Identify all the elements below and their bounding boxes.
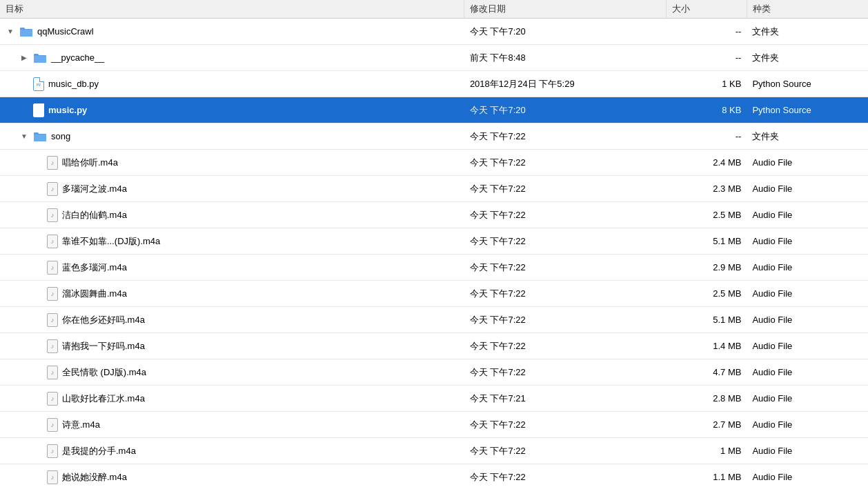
file-name-cell: ♪ 诗意.m4a	[0, 412, 464, 438]
file-name-text: 是我提的分手.m4a	[62, 445, 136, 457]
table-row[interactable]: ♪ 靠谁不如靠...(DJ版).m4a今天 下午7:225.1 MBAudio …	[0, 228, 868, 255]
file-name-text: 溜冰圆舞曲.m4a	[62, 288, 127, 300]
file-name-text: 山歌好比春江水.m4a	[62, 392, 145, 405]
table-row[interactable]: ♪ 诗意.m4a今天 下午7:222.7 MBAudio File	[0, 412, 868, 438]
file-size-cell: 2.9 MB	[666, 255, 747, 281]
file-date-cell: 今天 下午7:22	[464, 438, 667, 464]
file-date-cell: 今天 下午7:22	[464, 228, 667, 255]
audio-file-icon: ♪	[47, 313, 58, 327]
file-kind-cell: Audio File	[747, 386, 868, 412]
file-size-cell: 5.1 MB	[666, 228, 747, 255]
expand-arrow-icon[interactable]: ▼	[6, 28, 15, 35]
file-kind-cell: Audio File	[747, 359, 868, 386]
expand-arrow-icon[interactable]: ▶	[19, 54, 29, 61]
table-row[interactable]: ♪ 你在他乡还好吗.m4a今天 下午7:225.1 MBAudio File	[0, 307, 868, 333]
python-file-icon: py	[33, 77, 44, 91]
table-row[interactable]: ♪ 全民情歌 (DJ版).m4a今天 下午7:224.7 MBAudio Fil…	[0, 359, 868, 386]
table-row[interactable]: ▼ song今天 下午7:22--文件夹	[0, 123, 868, 150]
file-name-cell: ♪ 靠谁不如靠...(DJ版).m4a	[0, 228, 464, 255]
folder-icon	[19, 26, 33, 37]
file-name-text: 她说她没醉.m4a	[62, 471, 127, 484]
table-row[interactable]: ♪ 溜冰圆舞曲.m4a今天 下午7:222.5 MBAudio File	[0, 281, 868, 307]
file-kind-cell: 文件夹	[747, 19, 868, 45]
table-row[interactable]: ♪ 山歌好比春江水.m4a今天 下午7:212.8 MBAudio File	[0, 386, 868, 412]
file-size-cell: 2.4 MB	[666, 150, 747, 176]
file-kind-cell: Audio File	[747, 176, 868, 202]
table-row[interactable]: ♪ 请抱我一下好吗.m4a今天 下午7:221.4 MBAudio File	[0, 333, 868, 359]
table-row[interactable]: ♪ 是我提的分手.m4a今天 下午7:221 MBAudio File	[0, 438, 868, 464]
table-row[interactable]: ▶ __pycache__前天 下午8:48--文件夹	[0, 45, 868, 71]
file-date-cell: 今天 下午7:20	[464, 19, 667, 45]
file-name-cell: ♪ 请抱我一下好吗.m4a	[0, 333, 464, 359]
file-name-text: qqMusicCrawl	[37, 26, 94, 37]
file-name-cell: ▼ song	[0, 123, 464, 150]
file-date-cell: 今天 下午7:21	[464, 386, 667, 412]
file-name-text: __pycache__	[51, 52, 104, 63]
file-name-text: 请抱我一下好吗.m4a	[62, 340, 145, 352]
file-kind-cell: Audio File	[747, 150, 868, 176]
file-date-cell: 今天 下午7:22	[464, 412, 667, 438]
file-list-table: 目标 修改日期 大小 种类 ▼ qqMusicCrawl今天 下午7:20--文…	[0, 0, 868, 487]
table-row[interactable]: py music_db.py2018年12月24日 下午5:291 KBPyth…	[0, 71, 868, 97]
file-date-cell: 前天 下午8:48	[464, 45, 667, 71]
file-size-cell: 2.3 MB	[666, 176, 747, 202]
file-name-cell: ♪ 山歌好比春江水.m4a	[0, 386, 464, 412]
file-kind-cell: Audio File	[747, 202, 868, 228]
table-row[interactable]: ♪ 唱给你听.m4a今天 下午7:222.4 MBAudio File	[0, 150, 868, 176]
file-name-text: music_db.py	[48, 79, 99, 89]
file-name-cell: ♪ 唱给你听.m4a	[0, 150, 464, 176]
audio-file-icon: ♪	[47, 182, 58, 196]
file-name-text: 洁白的仙鹤.m4a	[62, 209, 127, 221]
table-row[interactable]: ♪ 蓝色多瑙河.m4a今天 下午7:222.9 MBAudio File	[0, 255, 868, 281]
file-size-cell: 8 KB	[666, 97, 747, 123]
expand-arrow-icon[interactable]: ▼	[19, 132, 29, 140]
file-size-cell: 1 MB	[666, 438, 747, 464]
file-date-cell: 今天 下午7:20	[464, 97, 667, 123]
table-row[interactable]: ♪ 她说她没醉.m4a今天 下午7:221.1 MBAudio File	[0, 464, 868, 488]
file-kind-cell: Audio File	[747, 228, 868, 255]
file-size-cell: --	[666, 19, 747, 45]
file-size-cell: 1.4 MB	[666, 333, 747, 359]
file-name-text: 诗意.m4a	[62, 419, 100, 431]
col-header-name: 目标	[0, 0, 464, 19]
file-name-text: 靠谁不如靠...(DJ版).m4a	[62, 235, 160, 248]
file-name-cell: ♪ 她说她没醉.m4a	[0, 464, 464, 488]
file-date-cell: 今天 下午7:22	[464, 150, 667, 176]
file-size-cell: 2.8 MB	[666, 386, 747, 412]
file-name-cell: ♪ 溜冰圆舞曲.m4a	[0, 281, 464, 307]
file-name-text: 多瑙河之波.m4a	[62, 183, 127, 195]
audio-file-icon: ♪	[47, 261, 58, 275]
file-date-cell: 今天 下午7:22	[464, 281, 667, 307]
file-size-cell: 1.1 MB	[666, 464, 747, 488]
file-size-cell: 2.5 MB	[666, 281, 747, 307]
file-date-cell: 今天 下午7:22	[464, 123, 667, 150]
table-row[interactable]: ♪ 多瑙河之波.m4a今天 下午7:222.3 MBAudio File	[0, 176, 868, 202]
audio-file-icon: ♪	[47, 470, 58, 484]
audio-file-icon: ♪	[47, 156, 58, 170]
file-name-text: 全民情歌 (DJ版).m4a	[62, 366, 146, 379]
col-header-size: 大小	[666, 0, 747, 19]
col-header-date: 修改日期	[464, 0, 667, 19]
python-file-icon: py	[33, 103, 44, 117]
audio-file-icon: ♪	[47, 444, 58, 458]
table-row[interactable]: py music.py今天 下午7:208 KBPython Source	[0, 97, 868, 123]
file-name-cell: py music.py	[0, 97, 464, 123]
file-size-cell: --	[666, 123, 747, 150]
file-name-cell: ♪ 洁白的仙鹤.m4a	[0, 202, 464, 228]
file-date-cell: 今天 下午7:22	[464, 359, 667, 386]
file-date-cell: 今天 下午7:22	[464, 176, 667, 202]
file-name-text: song	[51, 131, 70, 141]
file-name-cell: ♪ 你在他乡还好吗.m4a	[0, 307, 464, 333]
file-kind-cell: 文件夹	[747, 123, 868, 150]
file-kind-cell: Python Source	[747, 71, 868, 97]
audio-file-icon: ♪	[47, 418, 58, 432]
file-name-cell: ♪ 全民情歌 (DJ版).m4a	[0, 359, 464, 386]
table-row[interactable]: ♪ 洁白的仙鹤.m4a今天 下午7:222.5 MBAudio File	[0, 202, 868, 228]
file-name-cell: ♪ 多瑙河之波.m4a	[0, 176, 464, 202]
file-size-cell: 2.5 MB	[666, 202, 747, 228]
table-row[interactable]: ▼ qqMusicCrawl今天 下午7:20--文件夹	[0, 19, 868, 45]
audio-file-icon: ♪	[47, 287, 58, 301]
file-kind-cell: Python Source	[747, 97, 868, 123]
file-date-cell: 今天 下午7:22	[464, 464, 667, 488]
file-name-cell: ♪ 是我提的分手.m4a	[0, 438, 464, 464]
